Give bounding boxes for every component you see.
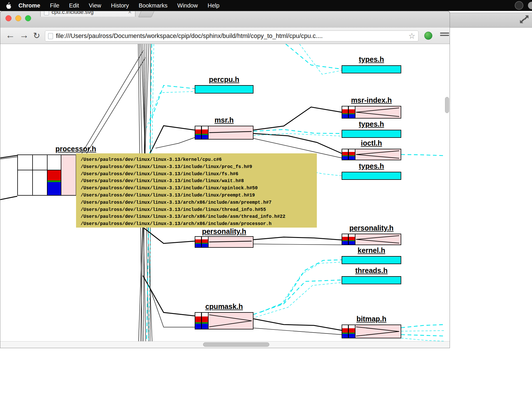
tooltip-line: /Users/paulross/dev/linux/linux-3.13/inc…	[81, 178, 317, 185]
tooltip-line: /Users/paulross/dev/linux/linux-3.13/arc…	[81, 220, 317, 228]
node-cpumask[interactable]	[195, 312, 253, 329]
node-label-percpu[interactable]: percpu.h	[186, 75, 262, 84]
node-types-top[interactable]	[342, 65, 401, 73]
node-divider	[61, 155, 61, 195]
node-label-types-top[interactable]: types.h	[333, 55, 410, 64]
node-label-personality-right[interactable]: personality.h	[333, 224, 410, 232]
tooltip-line: /Users/paulross/dev/linux/linux-3.13/arc…	[81, 213, 317, 220]
node-wedge-icon	[342, 234, 401, 245]
node-bitmap[interactable]	[342, 325, 401, 338]
node-red-cell	[48, 170, 61, 180]
node-label-threads[interactable]: threads.h	[333, 266, 410, 275]
apple-menu-icon[interactable]	[6, 2, 11, 9]
node-processor[interactable]	[17, 155, 76, 196]
node-label-personality-mid[interactable]: personality.h	[186, 227, 262, 236]
node-label-cpumask[interactable]: cpumask.h	[186, 302, 262, 311]
node-wedge-icon	[342, 106, 401, 118]
tooltip-line: /Users/paulross/dev/linux/linux-3.13/inc…	[81, 163, 317, 171]
node-wedge-icon	[195, 126, 253, 139]
back-button[interactable]: ←	[5, 29, 15, 41]
bookmark-star-icon[interactable]: ☆	[408, 31, 415, 41]
hamburger-bar	[440, 35, 449, 36]
node-wedge-icon	[342, 149, 401, 160]
menu-item-chrome[interactable]: Chrome	[14, 2, 45, 9]
toolbar: ← → ↻ file:///Users/paulross/Documents/w…	[0, 28, 450, 44]
node-types-mid[interactable]	[342, 130, 401, 138]
node-percpu[interactable]	[195, 85, 253, 94]
horizontal-scrollbar[interactable]	[0, 341, 450, 348]
menubar-status-icon[interactable]	[515, 1, 523, 10]
menu-item-help[interactable]: Help	[203, 2, 224, 9]
tooltip-line: /Users/paulross/dev/linux/linux-3.13/inc…	[81, 192, 317, 199]
node-blue-cell	[48, 182, 61, 195]
menu-item-window[interactable]: Window	[173, 2, 203, 9]
menu-item-file[interactable]: File	[45, 2, 64, 9]
node-personality-mid[interactable]	[195, 236, 253, 248]
node-label-bitmap[interactable]: bitmap.h	[333, 315, 410, 323]
node-label-ioctl[interactable]: ioctl.h	[333, 139, 410, 147]
node-ioctl[interactable]	[342, 149, 401, 160]
menubar-partial-icon[interactable]	[528, 2, 532, 9]
page-icon	[48, 33, 53, 39]
node-divider	[32, 155, 33, 195]
node-threads[interactable]	[342, 276, 401, 284]
node-types-low[interactable]	[342, 172, 401, 180]
reload-button[interactable]: ↻	[33, 29, 40, 42]
node-kernel[interactable]	[342, 256, 401, 264]
vertical-scrollbar-thumb[interactable]	[445, 97, 449, 113]
forward-button[interactable]: →	[19, 29, 29, 41]
screen: Chrome File Edit View History Bookmarks …	[0, 0, 532, 410]
horizontal-scrollbar-thumb[interactable]	[203, 342, 269, 347]
minimize-window-button[interactable]	[15, 15, 21, 21]
node-label-processor[interactable]: processor.h	[38, 145, 113, 153]
node-wedge-icon	[195, 313, 253, 329]
tooltip-line: /Users/paulross/dev/linux/linux-3.13/inc…	[81, 171, 317, 178]
zoom-window-button[interactable]	[25, 15, 31, 21]
node-wedge-icon	[195, 237, 253, 247]
extension-icon[interactable]	[424, 32, 432, 40]
tooltip-line: /Users/paulross/dev/linux/linux-3.13/inc…	[81, 206, 317, 213]
node-personality-right[interactable]	[342, 234, 401, 245]
menu-hamburger-icon[interactable]	[440, 33, 449, 37]
tooltip-line: /Users/paulross/dev/linux/linux-3.13/arc…	[81, 199, 317, 206]
node-label-types-mid[interactable]: types.h	[333, 120, 410, 128]
tooltip-line: /Users/paulross/dev/linux/linux-3.13/inc…	[81, 185, 317, 192]
address-bar[interactable]: file:///Users/paulross/Documents/workspa…	[45, 30, 419, 41]
fullscreen-arrows-icon[interactable]	[519, 15, 529, 25]
node-label-types-low[interactable]: types.h	[333, 162, 410, 170]
menu-item-history[interactable]: History	[106, 2, 134, 9]
close-window-button[interactable]	[5, 15, 12, 21]
node-body	[61, 155, 76, 195]
url-text[interactable]: file:///Users/paulross/Documents/workspa…	[56, 33, 408, 40]
node-msr[interactable]	[195, 126, 253, 140]
menu-item-bookmarks[interactable]: Bookmarks	[134, 2, 173, 9]
node-wedge-icon	[342, 325, 401, 338]
hamburger-bar	[440, 33, 449, 34]
node-label-msr-index[interactable]: msr-index.h	[333, 96, 410, 104]
menu-item-view[interactable]: View	[84, 2, 106, 9]
node-label-kernel[interactable]: kernel.h	[333, 246, 410, 255]
tooltip-line: /Users/paulross/dev/linux/linux-3.13/ker…	[81, 156, 317, 163]
node-msr-index[interactable]	[342, 106, 401, 119]
node-label-msr[interactable]: msr.h	[186, 116, 262, 124]
include-chain-tooltip: /Users/paulross/dev/linux/linux-3.13/ker…	[76, 153, 317, 228]
menu-item-edit[interactable]: Edit	[64, 2, 84, 9]
menu-bar: Chrome File Edit View History Bookmarks …	[0, 0, 532, 11]
